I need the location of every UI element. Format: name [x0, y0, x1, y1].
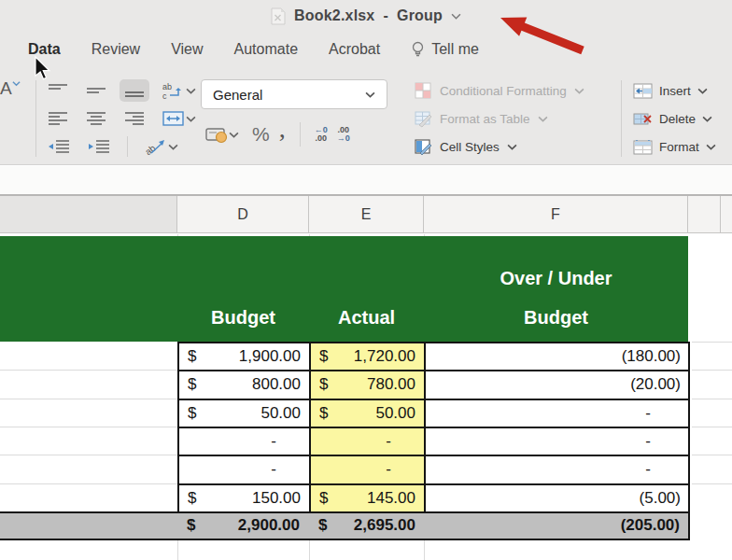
- cell-budget-row1[interactable]: $ 800.00: [179, 371, 311, 399]
- chevron-down-icon: [507, 144, 517, 150]
- cell-styles-button[interactable]: Cell Styles: [415, 133, 584, 161]
- group-divider: [621, 80, 622, 157]
- gridline: [692, 427, 732, 427]
- header-actual: Actual: [309, 307, 424, 329]
- cell-actual-row0[interactable]: $ 1,720.00: [311, 343, 426, 371]
- number-format-select[interactable]: General: [201, 79, 387, 109]
- increase-indent-button[interactable]: [83, 135, 115, 158]
- column-header-row: D E F: [0, 194, 732, 233]
- budget-table-body: $ 1,900.00 $ 1,720.00 (180.00) $ 800.00 …: [177, 342, 690, 513]
- chevron-down-icon: [168, 144, 178, 150]
- format-as-table-icon: [415, 110, 432, 128]
- chevron-down-icon: [186, 116, 196, 122]
- ribbon-tab-row: Data Review View Automate Acrobat Tell m…: [28, 35, 479, 63]
- gridline: [692, 483, 732, 484]
- cell-budget-row0[interactable]: $ 1,900.00: [179, 343, 311, 371]
- accounting-format-button[interactable]: [202, 122, 243, 147]
- cell-overunder-row3[interactable]: -: [426, 428, 690, 456]
- insert-cells-button[interactable]: Insert: [633, 77, 716, 105]
- cell-budget-row3[interactable]: -: [179, 428, 311, 456]
- divider: [127, 136, 128, 157]
- cell-actual-row3[interactable]: -: [311, 428, 426, 456]
- chevron-down-icon: [706, 144, 716, 150]
- divider: [300, 122, 301, 147]
- comma-style-button[interactable]: ,: [279, 124, 286, 133]
- conditional-formatting-button[interactable]: Conditional Formatting: [415, 77, 584, 105]
- gridline: [0, 427, 177, 427]
- insert-cells-icon: [633, 83, 653, 99]
- cell-budget-row2[interactable]: $ 50.00: [179, 400, 311, 428]
- font-size-button-partial[interactable]: A: [0, 78, 21, 99]
- column-header-f[interactable]: F: [424, 196, 688, 232]
- chevron-down-icon: [365, 91, 375, 98]
- tab-acrobat[interactable]: Acrobat: [329, 41, 380, 58]
- styles-group: Conditional Formatting Format as Table: [415, 77, 584, 161]
- gridline: [692, 399, 732, 399]
- cell-overunder-row1[interactable]: (20.00): [426, 371, 690, 399]
- format-cells-icon: [633, 139, 653, 155]
- excel-doc-icon: [271, 7, 286, 25]
- tab-data[interactable]: Data: [28, 41, 61, 58]
- align-left-button[interactable]: [43, 107, 73, 130]
- table-row: $ 150.00 $ 145.00 (5.00): [179, 485, 690, 513]
- gridline: [0, 399, 177, 399]
- cells-group: Insert Delete Format: [633, 77, 716, 161]
- chevron-down-icon: [229, 132, 239, 138]
- tab-view[interactable]: View: [171, 41, 203, 58]
- cell-budget-row4[interactable]: -: [179, 456, 311, 484]
- delete-cells-icon: [633, 111, 653, 127]
- cell-actual-row1[interactable]: $ 780.00: [311, 371, 426, 399]
- table-row: $ 800.00 $ 780.00 (20.00): [179, 371, 690, 399]
- increase-decimal-button[interactable]: ←0 .00: [315, 126, 328, 144]
- decrease-decimal-button[interactable]: .00 →0: [337, 126, 350, 144]
- tab-tell-me[interactable]: Tell me: [411, 41, 479, 58]
- total-overunder-value: (205.00): [424, 516, 680, 535]
- window-title-group: Group: [397, 7, 443, 24]
- gridline: [692, 342, 732, 343]
- budget-table-header[interactable]: Over / Under Budget Actual Budget: [0, 236, 688, 342]
- total-budget-value: 2,900.00: [177, 516, 300, 535]
- percent-style-button[interactable]: %: [252, 123, 270, 146]
- cell-overunder-row5[interactable]: (5.00): [426, 485, 690, 513]
- cell-actual-row2[interactable]: $ 50.00: [311, 400, 426, 428]
- decrease-indent-button[interactable]: [43, 135, 75, 158]
- cell-overunder-row4[interactable]: -: [426, 456, 690, 484]
- column-header-g-partial[interactable]: [688, 196, 721, 232]
- chevron-down-icon: [574, 88, 584, 94]
- tab-automate[interactable]: Automate: [234, 41, 298, 58]
- gridline: [0, 483, 177, 484]
- column-header-d[interactable]: D: [177, 196, 309, 232]
- cell-budget-row5[interactable]: $ 150.00: [179, 485, 311, 513]
- cell-actual-row4[interactable]: -: [311, 456, 426, 484]
- merge-center-button[interactable]: [158, 106, 200, 131]
- align-top-button[interactable]: [43, 79, 73, 102]
- column-header-e[interactable]: E: [309, 196, 424, 232]
- column-header-left-partial[interactable]: [0, 196, 177, 232]
- cell-actual-row5[interactable]: $ 145.00: [311, 485, 426, 513]
- align-center-button[interactable]: [81, 107, 111, 130]
- wrap-text-button[interactable]: ab c: [158, 78, 200, 103]
- chevron-down-icon: [697, 88, 708, 94]
- format-cells-button[interactable]: Format: [633, 133, 716, 161]
- chevron-down-icon: [186, 88, 196, 94]
- titlebar: Book2.xlsx - Group: [0, 0, 732, 32]
- align-middle-button[interactable]: [81, 79, 111, 102]
- gridline: [692, 455, 732, 455]
- table-row: - - -: [179, 456, 690, 484]
- tab-review[interactable]: Review: [92, 41, 140, 58]
- delete-cells-button[interactable]: Delete: [633, 105, 716, 133]
- chevron-down-icon: [702, 116, 712, 122]
- chevron-down-icon: [12, 80, 21, 87]
- number-group: % , ←0 .00 .00 →0: [202, 122, 350, 147]
- title-chevron-down-icon[interactable]: [451, 13, 461, 20]
- align-right-button[interactable]: [120, 107, 149, 130]
- total-row[interactable]: $ 2,900.00 $ 2,695.00 (205.00): [0, 511, 690, 540]
- app-chrome: Book2.xlsx - Group Data Review View Auto…: [0, 0, 732, 165]
- cell-overunder-row2[interactable]: -: [426, 400, 690, 428]
- format-as-table-button[interactable]: Format as Table: [415, 105, 584, 133]
- text-orientation-button[interactable]: ab: [140, 134, 182, 159]
- align-bottom-button[interactable]: [120, 79, 149, 102]
- table-row: $ 50.00 $ 50.00 -: [179, 400, 690, 428]
- cell-overunder-row0[interactable]: (180.00): [426, 343, 690, 371]
- group-divider: [35, 80, 36, 157]
